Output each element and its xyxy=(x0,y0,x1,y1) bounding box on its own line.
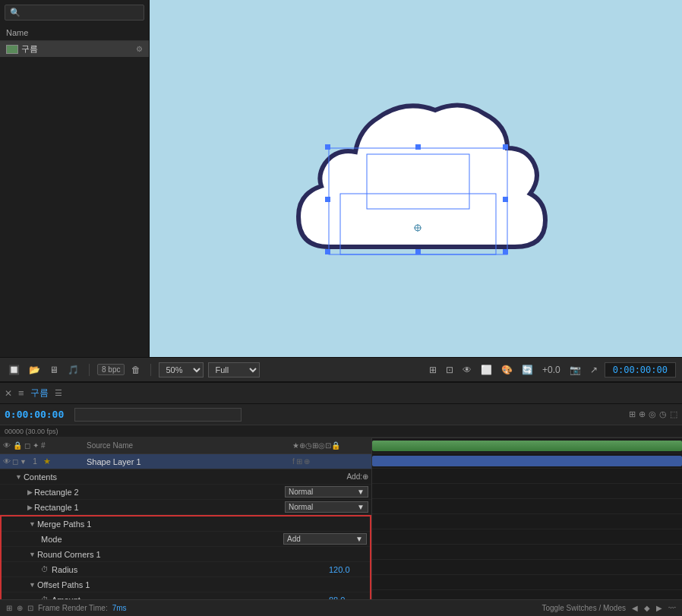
prop-offset: ▼ Offset Paths 1 xyxy=(2,577,370,592)
svg-rect-4 xyxy=(325,249,330,254)
status-nav-left[interactable]: ◀ xyxy=(632,604,638,612)
status-icon-1[interactable]: ⊞ xyxy=(6,604,12,612)
fit-icon[interactable]: ⊡ xyxy=(444,363,456,377)
col-icon-5: # xyxy=(41,441,46,450)
round-expand[interactable]: ▼ xyxy=(29,551,36,558)
rect2-expand[interactable]: ▶ xyxy=(27,488,33,496)
layer-row-shape1[interactable]: 👁 ◻ ▼ 1 ★ Shape Layer 1 f ⊞ ⊕ xyxy=(0,454,371,469)
svg-rect-6 xyxy=(503,249,508,254)
svg-rect-2 xyxy=(415,144,421,150)
rect2-label: Rectangle 2 xyxy=(34,488,285,497)
toolbar-sep-2 xyxy=(150,364,151,376)
merge-section: ▼ Merge Paths 1 Mode Add ▼ ▼ Round Corne… xyxy=(0,515,371,599)
rect1-expand[interactable]: ▶ xyxy=(27,504,33,511)
layer-settings-icon[interactable]: ⚙ xyxy=(136,45,143,53)
layer-star: ★ xyxy=(43,456,51,466)
tl-ctrl-1[interactable]: ⊞ xyxy=(629,409,636,419)
tl-ctrl-2[interactable]: ⊕ xyxy=(639,409,646,419)
solo-icon[interactable]: ◻ xyxy=(12,457,18,466)
status-icon-2[interactable]: ⊕ xyxy=(17,604,23,612)
layer-name-tl: Shape Layer 1 xyxy=(87,457,292,466)
cloud-shape xyxy=(283,72,549,285)
status-nav-right[interactable]: ▶ xyxy=(656,604,662,612)
track-row-11 xyxy=(372,590,682,599)
track-row-9 xyxy=(372,560,682,575)
row-icons-shape1: 👁 ◻ ▼ 1 ★ xyxy=(3,456,87,466)
col-icon-2: 🔒 xyxy=(13,441,22,450)
time2-icon[interactable]: ⊕ xyxy=(304,457,310,466)
timeline-search[interactable] xyxy=(74,408,242,422)
timeline-icon: ≡ xyxy=(18,387,24,399)
status-diamond[interactable]: ◆ xyxy=(644,604,650,612)
bottom-toolbar: 🔲 📂 🖥 🎵 8 bpc 🗑 50% 100% 25% Full Half Q… xyxy=(0,357,682,381)
comp-name: 구름 xyxy=(30,387,49,400)
toolbar-right: ⊞ ⊡ 👁 ⬜ 🎨 🔄 +0.0 📷 ↗ 0:00:00:00 xyxy=(427,362,676,377)
add-button[interactable]: Add: xyxy=(346,472,362,481)
vis-icon[interactable]: 👁 xyxy=(3,457,11,466)
toolbar-icon-1[interactable]: 🔲 xyxy=(6,363,22,377)
merge-expand[interactable]: ▼ xyxy=(29,520,36,528)
prop-mode: Mode Add ▼ xyxy=(2,532,370,547)
timeline-menu[interactable]: ☰ xyxy=(55,388,62,398)
col-icon-1: 👁 xyxy=(3,441,11,450)
col-lock-icon: 🔒 xyxy=(331,441,340,450)
status-right: Toggle Switches / Modes ◀ ◆ ▶ 〰 xyxy=(541,604,676,612)
tl-ctrl-4[interactable]: ◷ xyxy=(659,409,667,419)
track-row-4 xyxy=(372,484,682,499)
radius-stopwatch[interactable]: ⏱ xyxy=(41,565,49,573)
contents-expand[interactable]: ▼ xyxy=(15,473,22,481)
toolbar-icon-2[interactable]: 📂 xyxy=(27,363,43,377)
layer-item-cloud[interactable]: 구름 ⚙ xyxy=(0,41,149,57)
panel-name-header: Name xyxy=(0,25,149,41)
tl-body: 👁 🔒 ◻ ✦ # Source Name ★ ⊕ ◷ ⊞ ◎ ⊡ 🔒 xyxy=(0,438,682,599)
tl-ctrl-5[interactable]: ⬚ xyxy=(670,409,677,419)
search-bar: 🔍 xyxy=(0,0,149,25)
rect2-mode-dropdown[interactable]: Normal ▼ xyxy=(285,486,368,498)
alpha-icon[interactable]: ⬜ xyxy=(478,363,494,377)
sync-icon[interactable]: 🔄 xyxy=(519,363,535,377)
mode-dropdown[interactable]: Add ▼ xyxy=(283,533,367,545)
toolbar-sep-1 xyxy=(89,364,90,376)
track-row-7 xyxy=(372,529,682,545)
radius-label: Radius xyxy=(52,565,329,574)
prop-merge: ▼ Merge Paths 1 xyxy=(2,516,370,532)
col-more-icon: ⊞ xyxy=(312,441,318,450)
snapshot-icon[interactable]: 📷 xyxy=(567,363,583,377)
search-field[interactable] xyxy=(24,8,139,17)
col-solo-icon: ⊡ xyxy=(325,441,331,450)
tl-ruler-area: 0f 10f 20f 01:00f 10f 20f 02:00f 10f 2c xyxy=(372,438,682,599)
round-label: Round Corners 1 xyxy=(37,550,367,559)
tl-ctrl-3[interactable]: ◎ xyxy=(649,409,656,419)
quality-select[interactable]: Full Half Quarter xyxy=(208,362,260,377)
search-input-wrapper[interactable]: 🔍 xyxy=(5,5,144,21)
toggle-switches[interactable]: Toggle Switches / Modes xyxy=(541,604,626,612)
fps-display: 00000 (30.00 fps) xyxy=(5,428,58,435)
color-icon[interactable]: 🎨 xyxy=(499,363,515,377)
expand-icon[interactable]: ▼ xyxy=(20,458,27,466)
toolbar-icon-3[interactable]: 🖥 xyxy=(47,363,61,377)
col-icons-header: 👁 🔒 ◻ ✦ # xyxy=(3,441,87,450)
prop-rect1: ▶ Rectangle 1 Normal ▼ xyxy=(0,500,371,515)
toolbar-icon-4[interactable]: 🎵 xyxy=(65,363,81,377)
view-icon[interactable]: 👁 xyxy=(460,363,474,377)
rect1-mode-dropdown[interactable]: Normal ▼ xyxy=(285,501,368,513)
prop-amount: ⏱ Amount 88.0 xyxy=(2,592,370,599)
grid-icon[interactable]: ⊞ xyxy=(427,363,439,377)
status-icon-3[interactable]: ⊡ xyxy=(27,604,33,612)
add-circle[interactable]: ⊕ xyxy=(362,472,368,481)
fx-icon[interactable]: f xyxy=(292,457,295,466)
offset-expand[interactable]: ▼ xyxy=(29,581,36,589)
share-icon[interactable]: ↗ xyxy=(588,363,600,377)
rect1-mode-arrow: ▼ xyxy=(357,503,365,511)
color-plus: +0.0 xyxy=(540,363,563,377)
svg-rect-7 xyxy=(325,197,330,202)
rect1-mode-value: Normal xyxy=(289,503,313,511)
zoom-select[interactable]: 50% 100% 25% xyxy=(159,362,204,377)
blend-icon[interactable]: ⊞ xyxy=(296,457,302,466)
frame-render-value: 7ms xyxy=(112,604,127,612)
timeline-close[interactable]: ✕ xyxy=(5,388,12,399)
trash-icon[interactable]: 🗑 xyxy=(129,363,143,377)
col-blend-icon: ◷ xyxy=(305,441,312,450)
rect2-mode-value: Normal xyxy=(289,488,313,496)
tl-search-row: 0:00:00:00 ⊞ ⊕ ◎ ◷ ⬚ xyxy=(0,404,682,425)
